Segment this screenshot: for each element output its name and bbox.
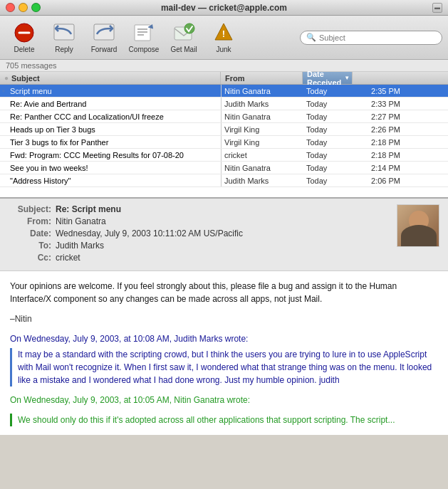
avatar-body <box>401 225 437 246</box>
table-row[interactable]: Tier 3 bugs to fix for Panther Virgil Ki… <box>0 136 448 149</box>
from-column-header[interactable]: From <box>221 72 303 84</box>
cc-label: Cc: <box>9 253 51 263</box>
quoted-content-2: We should only do this if it's adopted a… <box>18 415 395 425</box>
message-time: 2:33 PM <box>353 100 403 108</box>
junk-icon: ! <box>212 21 235 44</box>
table-row[interactable]: Re: Panther CCC and Localization/UI free… <box>0 110 448 123</box>
table-row[interactable]: ● Script menu Nitin Ganatra Today 2:35 P… <box>0 85 448 98</box>
unread-dot: ● <box>0 88 7 94</box>
body-paragraph-1: Your opinions are welcome. If you feel s… <box>10 280 438 305</box>
table-row[interactable]: Re: Avie and Bertrand Judith Marks Today… <box>0 98 448 110</box>
cc-row: Cc: cricket <box>9 253 391 263</box>
message-from: Judith Marks <box>222 100 303 108</box>
reply-button[interactable]: Reply <box>46 19 83 57</box>
avatar-image <box>397 205 439 246</box>
message-date: Today <box>303 177 353 185</box>
subject-col-label: Subject <box>11 74 40 83</box>
message-from: Judith Marks <box>222 177 303 185</box>
message-header: Subject: Re: Script menu From: Nitin Gan… <box>0 199 448 271</box>
to-value: Judith Marks <box>56 241 104 251</box>
subject-column-header[interactable]: ● Subject <box>0 72 221 84</box>
message-time: 2:26 PM <box>353 125 403 134</box>
titlebar: mail-dev — cricket@apple.com ▬ <box>0 0 448 16</box>
junk-button[interactable]: ! Junk <box>205 19 242 57</box>
message-from: Nitin Ganatra <box>222 87 303 95</box>
forward-button[interactable]: Forward <box>85 19 123 57</box>
message-body: Your opinions are welcome. If you feel s… <box>0 271 448 435</box>
table-row[interactable]: See you in two weeks! Nitin Ganatra Toda… <box>0 162 448 174</box>
from-label: From: <box>9 216 51 226</box>
message-time: 2:35 PM <box>353 87 403 95</box>
get-mail-label: Get Mail <box>170 46 197 53</box>
collapse-button[interactable]: ▬ <box>432 3 442 13</box>
header-fields: Subject: Re: Script menu From: Nitin Gan… <box>9 204 391 265</box>
date-row: Date: Wednesday, July 9, 2003 10:11:02 A… <box>9 228 391 238</box>
message-time: 2:14 PM <box>353 164 403 172</box>
minimize-button[interactable] <box>19 3 28 12</box>
reply-icon <box>53 21 75 44</box>
message-date: Today <box>303 100 353 108</box>
message-from: Virgil King <box>222 125 303 134</box>
delete-label: Delete <box>14 46 35 53</box>
subject-value: Re: Script menu <box>56 204 121 214</box>
subject-row: Subject: Re: Script menu <box>9 204 391 214</box>
message-subject: See you in two weeks! <box>7 164 221 172</box>
message-subject: Script menu <box>7 87 221 95</box>
message-subject: Re: Avie and Bertrand <box>7 100 221 108</box>
date-label: Date: <box>9 228 51 238</box>
table-row[interactable]: Heads up on Tier 3 bugs Virgil King Toda… <box>0 123 448 136</box>
message-time: 2:18 PM <box>353 138 403 147</box>
delete-button[interactable]: Delete <box>6 19 43 57</box>
messages-list: ● Script menu Nitin Ganatra Today 2:35 P… <box>0 85 448 197</box>
detail-area: Subject: Re: Script menu From: Nitin Gan… <box>0 199 448 489</box>
from-row: From: Nitin Ganatra <box>9 216 391 226</box>
message-date: Today <box>303 138 353 147</box>
compose-label: Compose <box>129 46 160 53</box>
get-mail-icon <box>172 21 195 44</box>
message-from: Nitin Ganatra <box>222 112 303 121</box>
message-date: Today <box>303 112 353 121</box>
quoted-content-1: It may be a standard with the scripting … <box>18 349 432 385</box>
message-date: Today <box>303 151 353 159</box>
from-col-label: From <box>225 74 245 83</box>
message-date: Today <box>303 164 353 172</box>
date-value: Wednesday, July 9, 2003 10:11:02 AM US/P… <box>56 228 243 238</box>
search-input[interactable] <box>319 33 412 42</box>
delete-icon <box>13 21 36 44</box>
column-headers: ● Subject From Date Received ▼ <box>0 72 448 85</box>
message-time: 2:18 PM <box>353 151 403 159</box>
message-time: 2:27 PM <box>353 112 403 121</box>
to-row: To: Judith Marks <box>9 241 391 251</box>
table-row[interactable]: Fwd: Program: CCC Meeting Results for 07… <box>0 149 448 162</box>
from-value: Nitin Ganatra <box>56 216 106 226</box>
quoted-text-1: It may be a standard with the scripting … <box>10 348 438 387</box>
sort-arrow: ▼ <box>344 75 350 81</box>
close-button[interactable] <box>6 3 15 12</box>
signature: –Nitin <box>10 312 438 325</box>
get-mail-button[interactable]: Get Mail <box>165 19 202 57</box>
message-subject: Re: Panther CCC and Localization/UI free… <box>7 112 221 121</box>
window-controls <box>6 3 41 12</box>
message-from: Virgil King <box>222 138 303 147</box>
message-subject: Tier 3 bugs to fix for Panther <box>7 138 221 147</box>
junk-label: Junk <box>216 46 231 53</box>
maximize-button[interactable] <box>31 3 41 12</box>
avatar <box>397 204 439 247</box>
message-list-area: 705 messages ● Subject From Date Receive… <box>0 60 448 199</box>
subject-label: Subject: <box>9 204 51 214</box>
forward-label: Forward <box>91 46 118 53</box>
date-column-header[interactable]: Date Received ▼ <box>303 72 353 84</box>
forward-icon <box>93 21 115 44</box>
search-bar: 🔍 <box>300 31 442 45</box>
quoted-text-2: We should only do this if it's adopted a… <box>10 414 438 426</box>
search-icon: 🔍 <box>306 33 316 42</box>
window-title: mail-dev — cricket@apple.com <box>161 3 287 13</box>
table-row[interactable]: "Address History" Judith Marks Today 2:0… <box>0 174 448 187</box>
svg-text:!: ! <box>222 28 225 39</box>
message-date: Today <box>303 125 353 134</box>
compose-button[interactable]: Compose <box>125 19 162 57</box>
date-col-label: Date Received <box>307 70 341 87</box>
message-subject: "Address History" <box>7 177 221 185</box>
message-date: Today <box>303 87 353 95</box>
compose-icon <box>132 21 155 44</box>
